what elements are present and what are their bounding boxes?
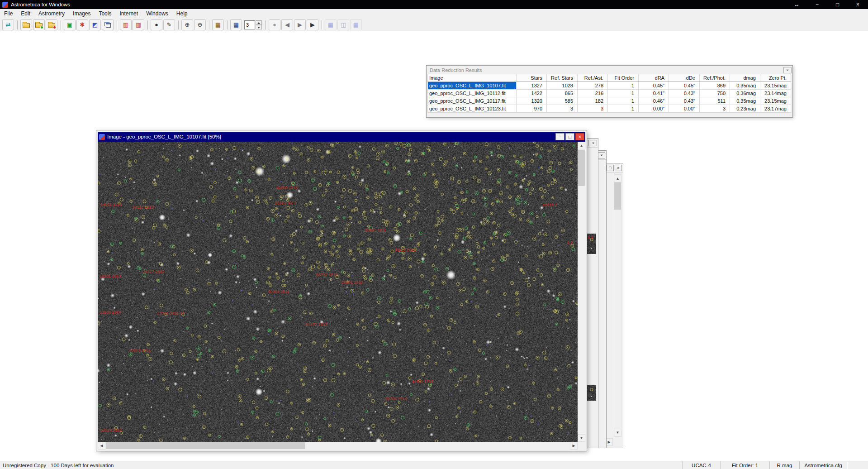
result-cell[interactable]: geo_pproc_OSC_L_IMG_10112.fit (428, 90, 517, 97)
toolbar-blink-settings-button[interactable]: ▥ (133, 19, 144, 30)
image-horizontal-scrollbar[interactable]: ◀ ▶ (98, 442, 578, 450)
result-cell[interactable]: 23.17mag (760, 105, 791, 113)
result-cell[interactable]: 0.36mag (730, 90, 760, 97)
menu-internet[interactable]: Internet (115, 9, 142, 19)
result-cell[interactable]: 869 (700, 82, 730, 90)
result-cell[interactable]: 23.15mag (760, 82, 791, 90)
result-cell[interactable]: 278 (578, 82, 608, 90)
spinner-down-icon[interactable] (256, 25, 262, 29)
result-cell[interactable]: 1422 (517, 90, 547, 97)
resize-handle-button[interactable]: ↔ (787, 0, 807, 9)
scroll-down-icon[interactable]: ▼ (614, 429, 621, 436)
result-cell[interactable]: 0.23mag (730, 105, 760, 113)
result-cell[interactable]: 3 (547, 105, 578, 113)
result-cell[interactable]: 970 (517, 105, 547, 113)
scroll-right-icon[interactable]: ▶ (570, 442, 578, 450)
result-cell[interactable]: 23.15mag (760, 97, 791, 105)
toolbar-step-forward-button[interactable]: ▶ (307, 19, 318, 30)
result-cell[interactable]: geo_pproc_OSC_L_IMG_10117.fit (428, 97, 517, 105)
background-window-3[interactable]: □ × ▲ ▼ ▶ (606, 163, 623, 448)
toolbar-extra-tool-1-button[interactable]: ▦ (325, 19, 337, 30)
result-cell[interactable]: geo_pproc_OSC_L_IMG_10107.fit (428, 82, 517, 90)
toolbar-blink-grid-button[interactable]: ▦ (230, 19, 242, 30)
result-cell[interactable]: 1 (608, 105, 639, 113)
result-cell[interactable]: 0.41" (639, 90, 669, 97)
image-minimize-button[interactable]: − (555, 133, 564, 140)
toolbar-load-images-button[interactable] (20, 19, 32, 30)
toolbar-data-reduction-button[interactable]: ▣ (64, 19, 76, 30)
scroll-up-icon[interactable]: ▲ (614, 175, 621, 182)
bg3-vertical-scrollbar[interactable]: ▲ ▼ (614, 174, 621, 437)
toolbar-program-settings-button[interactable]: ✱ (76, 19, 88, 30)
bg3-scroll-thumb[interactable] (614, 182, 621, 210)
bg3-restore-button[interactable]: □ (607, 165, 614, 171)
result-cell[interactable]: 3 (578, 105, 608, 113)
menu-edit[interactable]: Edit (17, 9, 34, 19)
close-button[interactable]: × (848, 0, 868, 9)
result-cell[interactable]: 1 (608, 97, 639, 105)
result-cell[interactable]: 865 (547, 90, 578, 97)
scroll-right-icon[interactable]: ▶ (606, 438, 613, 446)
result-cell[interactable]: 750 (700, 90, 730, 97)
toolbar-load-other-images-button[interactable] (46, 19, 57, 30)
result-row[interactable]: geo_pproc_OSC_L_IMG_10123.fit9703310.00"… (428, 105, 791, 113)
result-cell[interactable]: 0.35mag (730, 82, 760, 90)
result-cell[interactable]: 585 (547, 97, 578, 105)
background-window-1[interactable]: □ × a.2 (587, 139, 598, 448)
result-row[interactable]: geo_pproc_OSC_L_IMG_10117.fit13205851821… (428, 97, 791, 105)
scroll-left-icon[interactable]: ◀ (98, 442, 105, 450)
background-window-2[interactable]: × (598, 151, 606, 448)
toolbar-known-object-overlay-button[interactable]: ● (151, 19, 162, 30)
result-cell[interactable]: 216 (578, 90, 608, 97)
result-cell[interactable]: 0.46" (639, 97, 669, 105)
minimize-button[interactable]: − (807, 0, 827, 9)
toolbar-blink-images-button[interactable]: ▥ (120, 19, 132, 30)
toolbar-extra-tool-2-button[interactable]: ◫ (337, 19, 349, 30)
result-cell[interactable]: 0.45" (669, 82, 700, 90)
results-close-button[interactable]: × (783, 67, 792, 73)
result-cell[interactable]: geo_pproc_OSC_L_IMG_10123.fit (428, 105, 517, 113)
toolbar-object-verification-button[interactable]: ◩ (89, 19, 101, 30)
horizontal-scroll-thumb[interactable] (106, 442, 305, 449)
toolbar-play-button[interactable]: ▶ (294, 19, 306, 30)
result-row[interactable]: geo_pproc_OSC_L_IMG_10107.fit13271028278… (428, 82, 791, 90)
toolbar-zoom-in-button[interactable]: ⊕ (181, 19, 193, 30)
result-cell[interactable]: 1028 (547, 82, 578, 90)
toolbar-record-button[interactable]: ● (269, 19, 280, 30)
result-cell[interactable]: 0.00" (669, 105, 700, 113)
star-field-canvas[interactable] (98, 142, 578, 442)
toolbar-cascade-windows-button[interactable] (102, 19, 114, 30)
blink-frames-input[interactable] (244, 20, 255, 29)
toolbar-track-and-stack-button[interactable]: ⇄ (2, 19, 14, 30)
result-cell[interactable]: 0.00" (639, 105, 669, 113)
toolbar-zoom-out-button[interactable]: ⊖ (194, 19, 206, 30)
menu-help[interactable]: Help (172, 9, 192, 19)
menu-tools[interactable]: Tools (95, 9, 115, 19)
menu-images[interactable]: Images (69, 9, 95, 19)
result-cell[interactable]: 511 (700, 97, 730, 105)
maximize-button[interactable]: □ (827, 0, 848, 9)
menu-windows[interactable]: Windows (142, 9, 172, 19)
toolbar-step-back-button[interactable]: ◀ (281, 19, 293, 30)
image-vertical-scrollbar[interactable]: ▲ ▼ (578, 142, 585, 442)
scroll-down-icon[interactable]: ▼ (578, 434, 585, 442)
result-cell[interactable]: 0.35mag (730, 97, 760, 105)
spinner-up-icon[interactable] (256, 20, 262, 25)
menu-file[interactable]: File (0, 9, 17, 19)
result-cell[interactable]: 0.43" (669, 90, 700, 97)
menu-astrometry[interactable]: Astrometry (34, 9, 69, 19)
bg1-close-button[interactable]: × (590, 140, 597, 146)
toolbar-star-chart-button[interactable]: ▦ (212, 19, 224, 30)
bg1-restore-button[interactable]: □ (587, 140, 589, 146)
data-reduction-results-window[interactable]: Data Reduction Results × ImageStarsRef. … (426, 65, 793, 118)
result-cell[interactable]: 3 (700, 105, 730, 113)
result-row[interactable]: geo_pproc_OSC_L_IMG_10112.fit14228652161… (428, 90, 791, 97)
bg3-close-button[interactable]: × (615, 165, 622, 171)
toolbar-annotate-button[interactable]: ✎ (163, 19, 175, 30)
result-cell[interactable]: 0.45" (639, 82, 669, 90)
bg2-close-button[interactable]: × (598, 152, 605, 158)
result-cell[interactable]: 23.14mag (760, 90, 791, 97)
result-cell[interactable]: 0.43" (669, 97, 700, 105)
image-restore-button[interactable]: □ (565, 133, 574, 140)
vertical-scroll-thumb[interactable] (578, 150, 585, 186)
